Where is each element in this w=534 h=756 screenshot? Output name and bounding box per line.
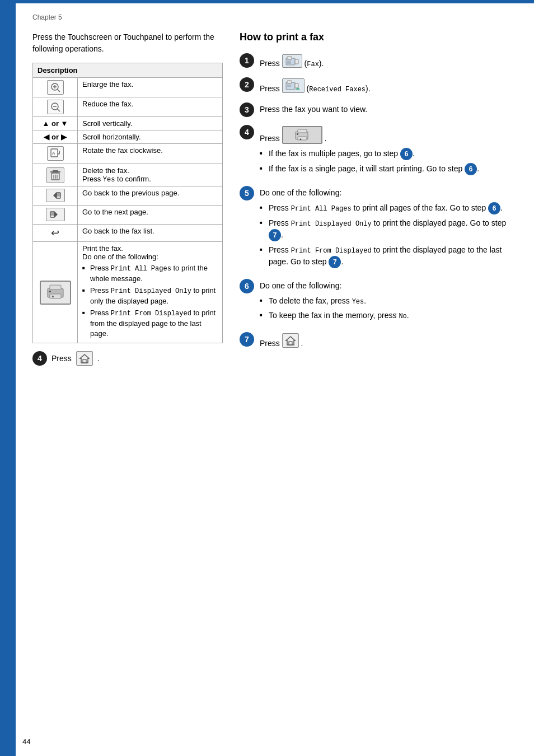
step2-content: Press (Received Faxes).	[260, 77, 517, 95]
step4-badge: 4	[32, 351, 47, 366]
list-item: If the fax is multiple pages, go to step…	[260, 148, 517, 160]
table-row: ▲ Print the fax. Do one of the following…	[33, 242, 223, 343]
svg-rect-35	[295, 59, 298, 64]
step4-badge-right: 4	[240, 125, 254, 139]
desc-cell: Enlarge the fax.	[78, 78, 223, 97]
yes-code: Yes	[103, 176, 115, 184]
svg-rect-11	[53, 170, 58, 171]
desc-cell: Print the fax. Do one of the following: …	[78, 242, 223, 343]
page-number: 44	[22, 738, 30, 746]
table-row: Go to the next page.	[33, 206, 223, 225]
table-row: Delete the fax. Press Yes to confirm.	[33, 164, 223, 186]
step6-bullets: To delete the fax, press Yes. To keep th…	[260, 295, 517, 321]
step4-content: Press ▲ . If the fax is multiple pages, …	[260, 125, 517, 178]
fax-button-icon	[282, 54, 302, 68]
icon-cell: A	[33, 144, 78, 164]
svg-marker-50	[286, 337, 295, 345]
svg-marker-16	[53, 192, 57, 199]
left-column: Press the Touchscreen or Touchpanel to p…	[32, 31, 223, 366]
list-item: If the fax is a single page, it will sta…	[260, 163, 517, 175]
magnify-plus-icon	[47, 80, 64, 95]
back-list-icon: ↩	[51, 227, 59, 239]
svg-rect-34	[287, 57, 292, 59]
home-icon-left	[76, 351, 93, 366]
list-item: To keep the fax in the memory, press No.	[260, 310, 517, 321]
icon-cell	[33, 78, 78, 97]
icon-cell: ↩	[33, 225, 78, 242]
step4-bottom: 4 Press .	[32, 351, 223, 366]
rotate-icon: A	[47, 146, 64, 161]
table-row: ▲ or ▼ Scroll vertically.	[33, 117, 223, 130]
step6-badge: 6	[240, 279, 254, 293]
right-column: How to print a fax 1 Press	[240, 31, 517, 357]
svg-rect-51	[289, 342, 292, 345]
desc-cell: Delete the fax. Press Yes to confirm.	[78, 164, 223, 186]
icon-cell	[33, 164, 78, 186]
desc-cell: Go back to the previous page.	[78, 186, 223, 206]
table-row: Enlarge the fax.	[33, 78, 223, 97]
step4-press-label: Press	[51, 354, 72, 363]
step-ref-6: 6	[400, 148, 413, 160]
svg-rect-29	[49, 291, 51, 292]
step-5: 5 Do one of the following: Press Print A…	[240, 186, 517, 271]
icon-cell: ▲ or ▼	[33, 117, 78, 130]
step7-badge: 7	[240, 332, 254, 347]
step3-content: Press the fax you want to view.	[260, 102, 517, 115]
arrows-vertical-icon: ▲ or ▼	[43, 119, 68, 128]
step-2: 2 Press (Received Faxes).	[240, 77, 517, 95]
home-icon-right	[282, 333, 299, 348]
desc-cell: Scroll horizontally.	[78, 130, 223, 144]
chapter-label: Chapter 5	[32, 13, 517, 21]
step-1: 1 Press (Fax).	[240, 53, 517, 69]
step7-content: Press .	[260, 332, 517, 349]
arrows-horizontal-icon: ◀ or ▶	[44, 133, 66, 141]
intro-text: Press the Touchscreen or Touchpanel to p…	[32, 31, 223, 55]
list-item: Press Print From Displayed to print the …	[260, 244, 517, 268]
desc-cell: Scroll vertically.	[78, 117, 223, 130]
step-3: 3 Press the fax you want to view.	[240, 102, 517, 117]
svg-marker-31	[80, 354, 89, 363]
table-row: Go back to the previous page.	[33, 186, 223, 206]
desc-cell: Go back to the fax list.	[78, 225, 223, 242]
icon-cell: ▲	[33, 242, 78, 343]
svg-rect-27	[50, 285, 61, 290]
two-col-layout: Press the Touchscreen or Touchpanel to p…	[32, 31, 517, 366]
desc-cell: Reduce the fax.	[78, 97, 223, 117]
table-row: ↩ Go back to the fax list.	[33, 225, 223, 242]
print-options-list: Press Print All Pages to print the whole…	[82, 263, 218, 339]
received-fax-icon	[282, 78, 305, 93]
nav-prev-icon	[46, 189, 65, 202]
desc-cell: Go to the next page.	[78, 206, 223, 225]
list-item: To delete the fax, press Yes.	[260, 295, 517, 307]
content-area: Chapter 5 Press the Touchscreen or Touch…	[16, 3, 534, 388]
step-6: 6 Do one of the following: To delete the…	[240, 279, 517, 324]
step-ref-7a: 7	[269, 229, 281, 241]
svg-marker-25	[54, 211, 58, 218]
nav-next-icon	[46, 208, 65, 221]
step5-bullets: Press Print All Pages to print all pages…	[260, 202, 517, 268]
table-row: A Rotate the fax clockwise.	[33, 144, 223, 164]
step-ref-6c: 6	[488, 202, 500, 214]
list-item: Press Print From Displayed to print from…	[82, 308, 218, 339]
magnify-minus-icon	[47, 100, 64, 114]
svg-rect-41	[295, 83, 298, 88]
table-header: Description	[33, 63, 223, 78]
table-row: Reduce the fax.	[33, 97, 223, 117]
icon-cell	[33, 206, 78, 225]
step-7: 7 Press .	[240, 332, 517, 349]
step5-badge: 5	[240, 186, 254, 200]
step4-bullets: If the fax is multiple pages, go to step…	[260, 148, 517, 175]
list-item: Press Print Displayed Only to print only…	[82, 286, 218, 306]
step5-content: Do one of the following: Press Print All…	[260, 186, 517, 271]
svg-rect-10	[50, 171, 60, 172]
section-title: How to print a fax	[240, 31, 517, 43]
step4-period: .	[97, 354, 100, 363]
step2-badge: 2	[240, 77, 254, 92]
svg-rect-32	[83, 360, 86, 363]
step1-content: Press (Fax).	[260, 53, 517, 69]
step-ref-6b: 6	[465, 163, 477, 175]
svg-text:▲: ▲	[51, 294, 55, 298]
step1-badge: 1	[240, 53, 254, 68]
list-item: Press Print Displayed Only to print the …	[260, 217, 517, 241]
list-item: Press Print All Pages to print the whole…	[82, 263, 218, 284]
